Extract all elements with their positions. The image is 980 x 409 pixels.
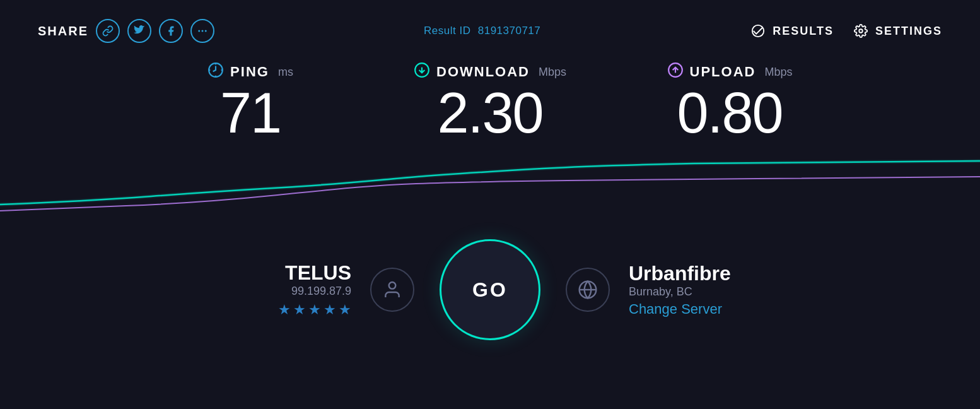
speed-graph xyxy=(0,145,980,220)
star-2: ★ xyxy=(293,302,306,318)
upload-value: 0.80 xyxy=(610,85,849,141)
upload-unit: Mbps xyxy=(764,66,792,79)
isp-name: TELUS xyxy=(285,261,351,285)
settings-nav[interactable]: SETTINGS xyxy=(853,23,942,39)
settings-icon xyxy=(853,23,869,39)
server-name: Urbanfibre xyxy=(629,262,731,285)
ping-metric: PING ms 71 xyxy=(131,62,370,141)
go-label: GO xyxy=(472,278,508,302)
right-nav: RESULTS SETTINGS xyxy=(750,23,942,39)
upload-metric: UPLOAD Mbps 0.80 xyxy=(610,62,849,141)
share-section: SHARE xyxy=(38,19,214,43)
download-unit: Mbps xyxy=(539,66,566,79)
svg-point-4 xyxy=(859,29,863,33)
ping-icon xyxy=(207,62,224,82)
star-3: ★ xyxy=(308,302,321,318)
ping-unit: ms xyxy=(278,66,293,79)
star-4: ★ xyxy=(324,302,336,318)
download-label: DOWNLOAD xyxy=(436,64,530,80)
results-nav[interactable]: RESULTS xyxy=(750,23,834,39)
results-label: RESULTS xyxy=(773,25,834,38)
ping-label: PING xyxy=(230,64,269,80)
header: SHARE Result ID 8191370717 xyxy=(0,0,980,56)
download-metric: DOWNLOAD Mbps 2.30 xyxy=(370,62,610,141)
result-id: Result ID 8191370717 xyxy=(424,25,540,37)
twitter-share-icon[interactable] xyxy=(127,19,151,43)
star-5: ★ xyxy=(339,302,351,318)
bottom-section: TELUS 99.199.87.9 ★ ★ ★ ★ ★ GO Urbanfibr… xyxy=(0,227,980,347)
download-icon xyxy=(414,62,430,82)
more-share-icon[interactable] xyxy=(190,19,214,43)
ping-value: 71 xyxy=(131,85,370,141)
download-value: 2.30 xyxy=(370,85,610,141)
svg-point-0 xyxy=(198,30,200,32)
results-icon xyxy=(750,23,766,39)
result-id-value: 8191370717 xyxy=(478,25,541,37)
svg-point-10 xyxy=(389,282,396,289)
star-1: ★ xyxy=(278,302,291,318)
settings-label: SETTINGS xyxy=(875,25,942,38)
facebook-share-icon[interactable] xyxy=(159,19,183,43)
user-button[interactable] xyxy=(370,268,414,312)
link-share-icon[interactable] xyxy=(96,19,120,43)
result-label: Result ID xyxy=(424,25,470,37)
go-button[interactable]: GO xyxy=(440,239,540,340)
server-location: Burnaby, BC xyxy=(629,285,692,299)
change-server-button[interactable]: Change Server xyxy=(629,301,722,317)
upload-icon xyxy=(667,62,684,82)
upload-label: UPLOAD xyxy=(690,64,756,80)
globe-button[interactable] xyxy=(566,268,610,312)
svg-point-1 xyxy=(202,30,204,32)
server-section: Urbanfibre Burnaby, BC Change Server xyxy=(629,262,793,317)
isp-section: TELUS 99.199.87.9 ★ ★ ★ ★ ★ xyxy=(187,261,351,318)
isp-rating: ★ ★ ★ ★ ★ xyxy=(278,302,351,318)
metrics-section: PING ms 71 DOWNLOAD Mbps 2.30 xyxy=(0,56,980,145)
isp-ip: 99.199.87.9 xyxy=(291,285,351,298)
svg-point-2 xyxy=(205,30,207,32)
share-label: SHARE xyxy=(38,24,88,39)
